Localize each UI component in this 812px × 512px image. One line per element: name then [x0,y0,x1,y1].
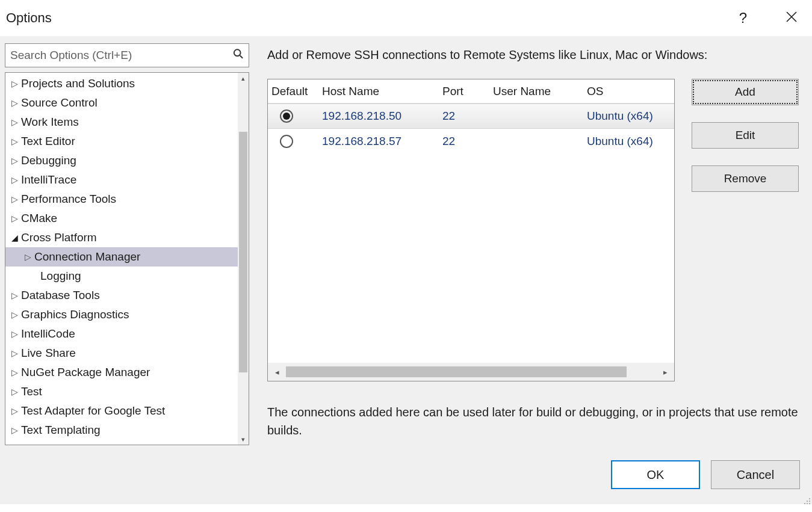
chevron-right-icon[interactable]: ▷ [11,425,20,435]
scroll-right-icon[interactable]: ▸ [656,368,674,377]
chevron-right-icon[interactable]: ▷ [11,175,20,185]
chevron-right-icon[interactable]: ▷ [11,348,20,358]
cell-default [268,135,322,148]
tree-item[interactable]: ▷Performance Tools [5,190,238,209]
default-radio[interactable] [280,109,293,123]
scroll-down-icon[interactable]: ▾ [238,434,249,445]
tree-item[interactable]: ▷Live Share [5,344,238,363]
footer: OK Cancel [0,445,812,504]
scroll-track[interactable] [238,84,249,434]
chevron-right-icon[interactable]: ▷ [11,137,20,146]
tree-item[interactable]: ▷Debugging [5,151,238,170]
scroll-up-icon[interactable]: ▴ [238,73,249,84]
tree-item-label: Cross Platform [21,231,97,244]
chevron-right-icon[interactable]: ▷ [11,329,20,339]
search-input[interactable] [10,49,225,62]
left-panel: ▷Projects and Solutions▷Source Control▷W… [5,43,249,445]
tree-item[interactable]: ▷NuGet Package Manager [5,363,238,382]
hscroll-thumb[interactable] [286,366,627,377]
add-button[interactable]: Add [692,79,799,105]
chevron-right-icon[interactable]: ▷ [11,98,20,108]
cell-host: 192.168.218.57 [322,135,442,148]
tree-item-label: Text Templating [21,424,101,437]
default-radio[interactable] [280,135,293,148]
chevron-right-icon[interactable]: ▷ [25,252,33,262]
cell-port: 22 [442,135,493,148]
tree-item-label: Database Tools [21,289,100,302]
tree-item-label: IntelliCode [21,327,75,341]
tree-item[interactable]: ▷Test [5,382,238,401]
col-header-os[interactable]: OS [587,85,674,98]
remove-button[interactable]: Remove [692,165,799,192]
chevron-right-icon[interactable]: ▷ [11,117,20,127]
table-row[interactable]: 192.168.218.5022Ubuntu (x64) [268,103,674,129]
chevron-right-icon[interactable]: ▷ [11,156,20,165]
cell-default [268,109,322,123]
chevron-right-icon[interactable]: ▷ [11,406,20,416]
tree-item[interactable]: ▷Work Items [5,113,238,132]
hscroll-track[interactable] [286,366,656,377]
col-header-host[interactable]: Host Name [322,85,442,98]
chevron-right-icon[interactable]: ▷ [11,291,20,300]
chevron-right-icon[interactable]: ▷ [11,79,20,88]
chevron-right-icon[interactable]: ▷ [11,194,20,204]
svg-point-5 [807,503,808,504]
panel-description-top: Add or Remove SSH connections to Remote … [267,48,799,62]
tree-item[interactable]: ◢Cross Platform [5,228,238,247]
col-header-user[interactable]: User Name [493,85,587,98]
tree-item-label: Debugging [21,154,76,167]
tree-item-label: Test Adapter for Google Test [21,404,165,418]
tree-item-label: CMake [21,212,57,225]
col-header-default[interactable]: Default [268,85,322,98]
tree-item-label: Graphics Diagnostics [21,308,129,321]
svg-point-2 [807,501,808,502]
tree-item-label: Test [21,385,42,398]
tree-item-label: Connection Manager [34,250,140,264]
tree-item[interactable]: ▷Projects and Solutions [5,74,238,93]
tree-item[interactable]: ▷Database Tools [5,286,238,305]
window-title: Options [6,10,52,26]
cell-host: 192.168.218.50 [322,109,442,123]
titlebar: Options ? [0,0,812,36]
chevron-right-icon[interactable]: ▷ [11,387,20,396]
connections-grid: Default Host Name Port User Name OS 192.… [267,79,675,381]
chevron-down-icon[interactable]: ◢ [11,233,20,242]
tree-item[interactable]: ▷IntelliTrace [5,170,238,190]
chevron-right-icon[interactable]: ▷ [11,214,20,223]
cell-os: Ubuntu (x64) [587,109,674,123]
chevron-right-icon[interactable]: ▷ [11,310,20,319]
right-panel: Add or Remove SSH connections to Remote … [267,43,807,445]
edit-button[interactable]: Edit [692,122,799,149]
svg-point-6 [809,503,810,504]
tree-item[interactable]: ▷Graphics Diagnostics [5,305,238,324]
tree-item-label: Text Editor [21,135,75,148]
close-button[interactable] [781,7,802,29]
table-row[interactable]: 192.168.218.5722Ubuntu (x64) [268,129,674,154]
tree-item[interactable]: ▷Logging [5,267,238,286]
chevron-right-icon[interactable]: ▷ [11,368,20,377]
tree-item[interactable]: ▷Source Control [5,93,238,113]
tree-item[interactable]: ▷Text Editor [5,132,238,151]
tree-item[interactable]: ▷Text Templating [5,421,238,440]
panel-description-bottom: The connections added here can be used l… [267,403,799,439]
tree-scrollbar[interactable]: ▴ ▾ [238,73,249,445]
col-header-port[interactable]: Port [442,85,493,98]
search-icon[interactable] [233,49,244,63]
tree-item[interactable]: ▷IntelliCode [5,324,238,344]
help-button[interactable]: ? [734,7,752,29]
tree-item-label: Performance Tools [21,193,116,206]
ok-button[interactable]: OK [611,460,700,489]
content-area: ▷Projects and Solutions▷Source Control▷W… [0,36,812,445]
cancel-button[interactable]: Cancel [711,460,800,489]
tree-item[interactable]: ▷Connection Manager [5,247,238,267]
scroll-left-icon[interactable]: ◂ [268,368,286,377]
grid-horizontal-scrollbar[interactable]: ◂ ▸ [268,363,674,381]
tree-item[interactable]: ▷CMake [5,209,238,228]
resize-grip-icon[interactable] [802,495,811,503]
close-icon [786,11,798,23]
tree-item[interactable]: ▷Test Adapter for Google Test [5,401,238,421]
scroll-thumb[interactable] [239,132,247,372]
tree-item-label: Source Control [21,96,98,109]
cell-port: 22 [442,109,493,123]
svg-point-4 [804,503,805,504]
